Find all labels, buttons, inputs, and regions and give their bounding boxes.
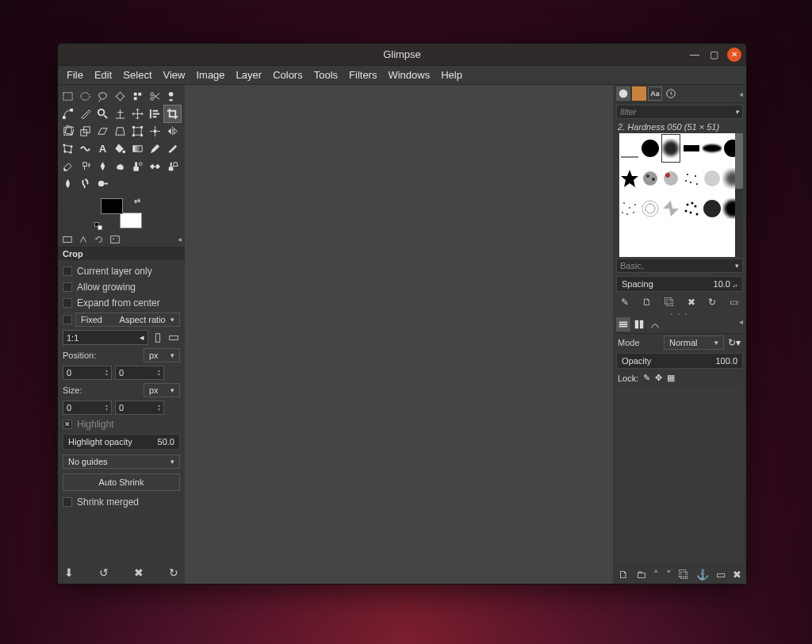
canvas-area[interactable]: ⋮: [185, 85, 613, 584]
bucket-fill-tool[interactable]: [112, 140, 128, 157]
shear-tool[interactable]: [94, 123, 111, 140]
foreground-color[interactable]: [101, 198, 123, 214]
gradient-tool[interactable]: [129, 140, 146, 157]
menu-select[interactable]: Select: [117, 67, 157, 83]
blur-tool[interactable]: [59, 175, 76, 192]
open-as-image-icon[interactable]: ▭: [730, 297, 738, 308]
highlight-opacity-slider[interactable]: Highlight opacity50.0: [63, 434, 180, 450]
clone-tool[interactable]: [129, 158, 146, 174]
dodge-burn-tool[interactable]: [94, 175, 111, 192]
menu-filters[interactable]: Filters: [343, 67, 382, 83]
ratio-input[interactable]: 1:1◂: [63, 330, 148, 345]
anchor-layer-icon[interactable]: ⚓: [696, 569, 709, 581]
close-button[interactable]: ✕: [727, 48, 741, 62]
new-layer-icon[interactable]: 🗋: [619, 569, 629, 581]
background-color[interactable]: [120, 213, 142, 228]
refresh-brush-icon[interactable]: ↻: [708, 297, 716, 308]
brush-item[interactable]: [619, 163, 640, 194]
titlebar[interactable]: Glimpse — ▢ ✕: [58, 44, 746, 66]
menu-edit[interactable]: Edit: [89, 67, 117, 83]
brushes-dock-config-icon[interactable]: ◂: [739, 90, 743, 98]
lock-position-icon[interactable]: ✥: [655, 373, 662, 383]
history-tab-icon[interactable]: [664, 86, 678, 101]
dock-config-icon[interactable]: ◂: [178, 235, 182, 243]
perspective-clone-tool[interactable]: [164, 158, 181, 174]
rect-select-tool[interactable]: [59, 88, 76, 105]
delete-brush-icon[interactable]: ✖: [688, 297, 695, 308]
measure-tool[interactable]: [112, 105, 128, 122]
lock-pixels-icon[interactable]: ✎: [643, 373, 650, 383]
maximize-button[interactable]: ▢: [708, 49, 719, 60]
brush-item[interactable]: [681, 194, 702, 224]
layers-dock-config-icon[interactable]: ◂: [739, 317, 743, 326]
zoom-tool[interactable]: [94, 105, 111, 122]
images-tab-icon[interactable]: [109, 233, 121, 246]
brush-item[interactable]: [681, 133, 702, 163]
fixed-checkbox[interactable]: [63, 315, 72, 324]
flip-tool[interactable]: [164, 123, 181, 140]
menu-layer[interactable]: Layer: [231, 67, 268, 83]
size-w-input[interactable]: 0▴▾: [63, 401, 112, 415]
eraser-tool[interactable]: [59, 158, 76, 174]
perspective-tool[interactable]: [112, 123, 128, 140]
layers-tab-icon[interactable]: [616, 317, 630, 332]
patterns-tab-icon[interactable]: [632, 86, 646, 101]
align-tool[interactable]: [147, 105, 163, 122]
opacity-slider[interactable]: Opacity100.0: [616, 353, 743, 369]
scale-tool[interactable]: [77, 123, 94, 140]
menu-image[interactable]: Image: [190, 67, 230, 83]
lower-layer-icon[interactable]: ˅: [666, 569, 672, 581]
handle-transform-tool[interactable]: [147, 123, 163, 140]
ellipse-select-tool[interactable]: [77, 88, 94, 105]
mask-layer-icon[interactable]: ▭: [716, 569, 726, 581]
guides-dropdown[interactable]: No guides▾: [63, 454, 180, 469]
allow-growing-checkbox[interactable]: [63, 282, 72, 292]
brush-item[interactable]: [702, 133, 722, 163]
reset-preset-icon[interactable]: ↻: [169, 566, 178, 579]
position-unit-dropdown[interactable]: px▾: [144, 348, 180, 362]
minimize-button[interactable]: —: [689, 49, 700, 60]
brush-item[interactable]: [640, 194, 661, 224]
duplicate-brush-icon[interactable]: ⿻: [665, 297, 674, 308]
move-tool[interactable]: [129, 105, 146, 122]
fixed-dropdown[interactable]: Fixed Aspect ratio▾: [75, 312, 180, 327]
size-h-input[interactable]: 0▴▾: [115, 401, 164, 415]
smudge-tool[interactable]: [77, 175, 94, 192]
raise-layer-icon[interactable]: ˄: [653, 569, 659, 581]
mode-switch-icon[interactable]: ↻▾: [727, 335, 741, 350]
brush-item[interactable]: [702, 194, 722, 224]
delete-preset-icon[interactable]: ✖: [134, 566, 144, 579]
landscape-icon[interactable]: [167, 332, 180, 344]
portrait-icon[interactable]: [151, 332, 164, 344]
delete-layer-icon[interactable]: ✖: [733, 569, 741, 581]
save-preset-icon[interactable]: ⬇: [64, 566, 74, 579]
brush-item[interactable]: [661, 194, 681, 224]
mypaint-brush-tool[interactable]: [112, 158, 128, 174]
paths-tool[interactable]: [59, 105, 76, 122]
size-unit-dropdown[interactable]: px▾: [144, 383, 180, 397]
brush-item[interactable]: [640, 133, 661, 163]
highlight-checkbox[interactable]: [63, 420, 72, 429]
brush-item[interactable]: [619, 133, 640, 163]
mode-dropdown[interactable]: Normal▾: [664, 335, 724, 350]
brush-item[interactable]: [702, 163, 722, 194]
auto-shrink-button[interactable]: Auto Shrink: [63, 473, 180, 491]
brush-filter-input[interactable]: filter▾: [616, 105, 743, 119]
device-status-tab-icon[interactable]: [77, 233, 90, 246]
brush-preset-dropdown[interactable]: Basic,▾: [616, 259, 743, 273]
panel-handle-icon[interactable]: ⋮: [185, 332, 190, 342]
new-brush-icon[interactable]: 🗋: [642, 297, 652, 308]
brush-item-selected[interactable]: [661, 133, 681, 163]
color-select-tool[interactable]: [129, 88, 146, 105]
brushes-tab-icon[interactable]: [616, 86, 630, 101]
cage-tool[interactable]: [59, 140, 76, 157]
new-group-icon[interactable]: 🗀: [636, 569, 646, 581]
brush-item[interactable]: [681, 163, 702, 194]
lock-alpha-icon[interactable]: ▦: [667, 373, 675, 383]
ink-tool[interactable]: [94, 158, 111, 174]
text-tool[interactable]: A: [94, 140, 111, 157]
unified-transform-tool[interactable]: [129, 123, 146, 140]
menu-help[interactable]: Help: [435, 67, 468, 83]
brush-item[interactable]: [661, 163, 681, 194]
lasso-tool[interactable]: [94, 88, 111, 105]
